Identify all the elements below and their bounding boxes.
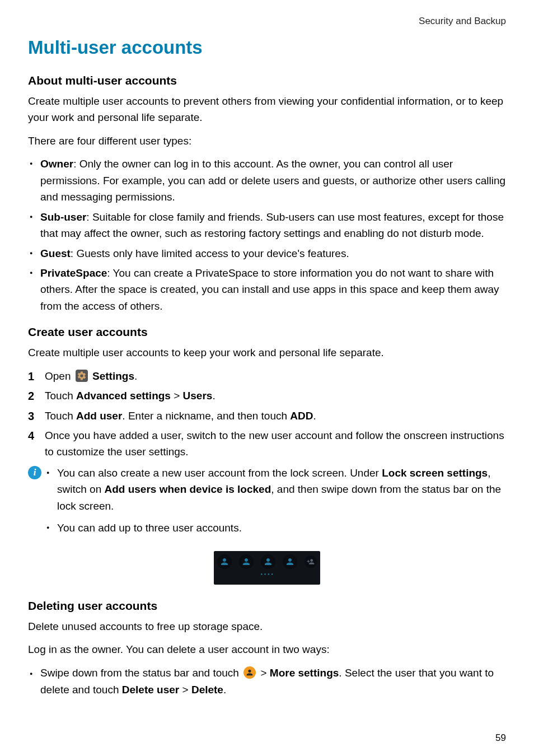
create-heading: Create user accounts [28, 325, 506, 339]
deleting-p1: Delete unused accounts to free up storag… [28, 618, 506, 634]
step-2: Touch Advanced settings > Users. [28, 388, 506, 404]
section-about: About multi-user accounts Create multipl… [28, 74, 506, 314]
delete-method-1: Swipe down from the status bar and touch… [28, 665, 506, 699]
avatar-icon [217, 554, 232, 569]
add-user-icon [305, 556, 317, 568]
avatar-row [217, 554, 317, 569]
about-heading: About multi-user accounts [28, 74, 506, 87]
del1-b: > [257, 667, 270, 679]
delete-methods-list: Swipe down from the status bar and touch… [28, 665, 506, 699]
type-desc: : Suitable for close family and friends.… [40, 211, 504, 239]
step3-add: ADD [290, 410, 313, 422]
step3-end: . [313, 410, 316, 422]
type-desc: : You can create a PrivateSpace to store… [40, 267, 499, 312]
avatar-icon [239, 554, 254, 569]
step1-end: . [134, 370, 137, 382]
info-icon: i [28, 466, 41, 479]
create-steps: Open Settings. Touch Advanced settings >… [28, 368, 506, 460]
step1-settings: Settings [90, 370, 134, 382]
page-title: Multi-user accounts [28, 37, 506, 58]
page-number: 59 [495, 732, 506, 744]
info-block: i You can also create a new user account… [28, 465, 506, 542]
about-p2: There are four different user types: [28, 133, 506, 149]
running-header: Security and Backup [28, 16, 506, 27]
del1-a: Swipe down from the status bar and touch [40, 667, 242, 679]
step-3: Touch Add user. Enter a nickname, and th… [28, 408, 506, 424]
user-type-guest: Guest: Guests only have limited access t… [28, 245, 506, 262]
user-types-list: Owner: Only the owner can log in to this… [28, 156, 506, 314]
user-switcher-figure: ● ● ● ● [28, 551, 506, 585]
step1-open: Open [45, 370, 74, 382]
tip1-b: Lock screen settings [382, 467, 488, 479]
deleting-heading: Deleting user accounts [28, 599, 506, 613]
deleting-p2: Log in as the owner. You can delete a us… [28, 641, 506, 657]
avatar-icon [283, 554, 297, 569]
step2-adv: Advanced settings [76, 390, 171, 402]
type-name: PrivateSpace [40, 267, 107, 279]
type-desc: : Guests only have limited access to you… [71, 248, 349, 259]
info-list: You can also create a new user account f… [45, 465, 506, 542]
del1-g: Delete [191, 684, 223, 696]
del1-h: . [223, 684, 226, 696]
step-1: Open Settings. [28, 368, 506, 384]
section-create: Create user accounts Create multiple use… [28, 325, 506, 584]
tip1-a: You can also create a new user account f… [57, 467, 382, 479]
info-tip-2: You can add up to three user accounts. [45, 520, 506, 536]
user-badge-icon [243, 666, 256, 679]
user-type-privatespace: PrivateSpace: You can create a PrivateSp… [28, 265, 506, 314]
type-name: Owner [40, 158, 73, 170]
figure-box: ● ● ● ● [214, 551, 320, 585]
type-desc: : Only the owner can log in to this acco… [40, 158, 505, 203]
step2-users: Users [183, 390, 213, 402]
info-tip-1: You can also create a new user account f… [45, 465, 506, 514]
step3-adduser: Add user [76, 410, 122, 422]
step2-touch: Touch [45, 390, 76, 402]
type-name: Guest [40, 248, 71, 259]
avatar-icon [261, 554, 275, 569]
step-4: Once you have added a user, switch to th… [28, 427, 506, 460]
section-deleting: Deleting user accounts Delete unused acc… [28, 599, 506, 699]
page: Security and Backup Multi-user accounts … [0, 0, 534, 756]
del1-e: Delete user [122, 684, 179, 696]
tip1-d: Add users when device is locked [104, 483, 271, 495]
del1-f: > [179, 684, 191, 696]
step2-end: . [212, 390, 215, 402]
type-name: Sub-user [40, 211, 86, 223]
step2-gt: > [171, 390, 183, 402]
step3-mid: . Enter a nickname, and then touch [122, 410, 290, 422]
about-p1: Create multiple user accounts to prevent… [28, 93, 506, 126]
step3-touch: Touch [45, 410, 76, 422]
create-p1: Create multiple user accounts to keep yo… [28, 344, 506, 361]
settings-icon [76, 370, 88, 382]
user-type-owner: Owner: Only the owner can log in to this… [28, 156, 506, 205]
del1-c: More settings [270, 667, 339, 679]
figure-dots: ● ● ● ● [217, 572, 317, 576]
user-type-subuser: Sub-user: Suitable for close family and … [28, 209, 506, 242]
